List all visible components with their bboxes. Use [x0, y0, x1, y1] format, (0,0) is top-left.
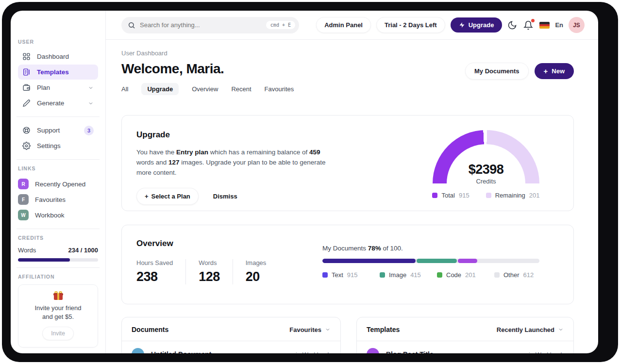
- link-initial-badge: W: [18, 210, 29, 220]
- progress-title: My Documents 78% of 100.: [322, 245, 539, 252]
- sidebar-item-plan[interactable]: Plan: [18, 80, 98, 95]
- affiliation-text-line1: Invite your friend: [23, 304, 93, 313]
- progress-segment-code: [458, 259, 477, 263]
- notifications-button[interactable]: [523, 20, 534, 31]
- documents-card-title: Documents: [132, 326, 168, 333]
- bolt-icon: [459, 22, 465, 28]
- templates-filter-dropdown[interactable]: Recently Launched: [497, 326, 564, 333]
- credits-progress-fill: [18, 258, 70, 262]
- new-button[interactable]: + New: [535, 63, 574, 79]
- main-area: cmd + E Admin Panel Trial - 2 Days Left …: [106, 11, 598, 353]
- tab-recent[interactable]: Recent: [231, 83, 251, 95]
- sidebar-item-dashboard[interactable]: Dashboard: [18, 49, 98, 64]
- tab-upgrade[interactable]: Upgrade: [141, 83, 179, 95]
- upgrade-button[interactable]: Upgrade: [451, 17, 503, 33]
- gift-icon: [53, 291, 63, 300]
- sidebar-section-links: LINKS: [18, 165, 98, 171]
- stacked-progress-bar: [322, 259, 539, 263]
- credits-progress-track: [18, 258, 98, 262]
- search-bar[interactable]: cmd + E: [121, 17, 299, 33]
- bottom-cards-row: Documents Favourites Untitled Document i…: [121, 317, 574, 353]
- sidebar-item-support[interactable]: Support 3: [18, 123, 98, 138]
- credits-type-label: Words: [18, 247, 36, 254]
- stat-images: Images 20: [246, 259, 279, 284]
- tab-favourites[interactable]: Favourites: [265, 83, 294, 95]
- templates-icon: [22, 68, 31, 76]
- progress-legend: Text 915 Image 415 Code 201: [322, 271, 539, 279]
- template-row[interactable]: Blog Post Title in Workbook: [357, 341, 573, 353]
- documents-progress: My Documents 78% of 100. Text 915: [322, 245, 539, 279]
- affiliation-text-line2: and get $5.: [23, 313, 93, 321]
- link-label: Recently Opened: [35, 181, 85, 188]
- support-badge: 3: [84, 126, 94, 135]
- legend-item-total: Total 915: [432, 192, 469, 199]
- sidebar-nav: Dashboard Templates Plan: [18, 49, 98, 111]
- legend-swatch: [486, 193, 491, 198]
- sidebar-link-workbook[interactable]: W Workbook: [18, 207, 98, 223]
- documents-card: Documents Favourites Untitled Document i…: [121, 317, 341, 353]
- chevron-down-icon: [558, 327, 564, 332]
- sidebar-divider: [17, 267, 100, 268]
- affiliation-card: Invite your friend and get $5. Invite: [18, 284, 98, 347]
- gauge-legend: Total 915 Remaining 201: [433, 192, 539, 199]
- gear-icon: [22, 142, 31, 150]
- legend-item-other: Other 612: [494, 271, 534, 279]
- progress-segment-text: [322, 259, 416, 263]
- trial-status-button[interactable]: Trial - 2 Days Left: [376, 17, 445, 33]
- legend-swatch: [432, 193, 437, 198]
- sidebar-divider: [17, 159, 100, 160]
- notification-dot: [531, 19, 535, 22]
- select-plan-button[interactable]: + Select a Plan: [136, 188, 199, 205]
- sidebar-divider: [17, 229, 100, 229]
- topbar: cmd + E Admin Panel Trial - 2 Days Left …: [106, 11, 598, 40]
- upgrade-card-body: You have the Entry plan which has a rema…: [136, 148, 336, 178]
- document-row[interactable]: Untitled Document in Workbook: [122, 341, 340, 353]
- search-input[interactable]: [140, 21, 266, 29]
- german-flag-icon[interactable]: [539, 22, 550, 29]
- sidebar-item-generate[interactable]: Generate: [18, 96, 98, 111]
- tab-overview[interactable]: Overview: [192, 83, 218, 95]
- documents-filter-dropdown[interactable]: Favourites: [289, 326, 331, 333]
- language-label[interactable]: En: [555, 21, 563, 29]
- credits-value: 234 / 1000: [68, 247, 98, 254]
- user-avatar[interactable]: JS: [569, 17, 585, 33]
- lifebuoy-icon: [22, 126, 31, 134]
- moon-icon: [507, 20, 517, 30]
- sidebar-section-credits: CREDITS: [18, 235, 98, 241]
- gauge-center-value: $2398: [433, 162, 539, 177]
- legend-item-text: Text 915: [322, 271, 380, 279]
- template-avatar: [367, 348, 379, 353]
- sidebar-item-label: Support: [37, 127, 60, 134]
- sidebar-item-label: Templates: [37, 68, 69, 76]
- stat-words: Words 128: [199, 259, 233, 284]
- sidebar-link-recently-opened[interactable]: R Recently Opened: [18, 176, 98, 192]
- admin-panel-button[interactable]: Admin Panel: [316, 17, 371, 33]
- sidebar-item-label: Dashboard: [37, 53, 69, 60]
- invite-button[interactable]: Invite: [42, 327, 74, 340]
- credits-gauge: $2398 Credits Total 915 Remaining: [433, 130, 539, 199]
- chevron-down-icon: [88, 100, 94, 106]
- document-location: in Workbook: [296, 351, 331, 354]
- sidebar-link-favourites[interactable]: F Favourites: [18, 192, 98, 207]
- legend-swatch: [380, 272, 385, 278]
- grid-icon: [22, 52, 31, 61]
- legend-item-image: Image 415: [380, 271, 437, 279]
- document-avatar: [132, 348, 144, 353]
- sidebar-item-settings[interactable]: Settings: [18, 138, 98, 153]
- tab-all[interactable]: All: [121, 83, 128, 95]
- template-title: Blog Post Title: [386, 350, 434, 353]
- tabs-bar: All Upgrade Overview Recent Favourites: [121, 83, 574, 95]
- gauge-center-label: Credits: [433, 178, 539, 183]
- dismiss-button[interactable]: Dismiss: [213, 193, 237, 200]
- chevron-down-icon: [88, 85, 94, 91]
- dark-mode-toggle[interactable]: [507, 20, 518, 31]
- search-shortcut-badge: cmd + E: [266, 21, 295, 29]
- template-location: in Workbook: [529, 351, 564, 354]
- link-initial-badge: F: [18, 194, 29, 205]
- my-documents-button[interactable]: My Documents: [465, 63, 528, 80]
- sidebar-item-templates[interactable]: Templates: [18, 65, 98, 80]
- legend-swatch: [322, 272, 328, 278]
- upgrade-card: Upgrade You have the Entry plan which ha…: [121, 115, 574, 211]
- chevron-down-icon: [325, 327, 331, 332]
- pencil-icon: [22, 99, 31, 107]
